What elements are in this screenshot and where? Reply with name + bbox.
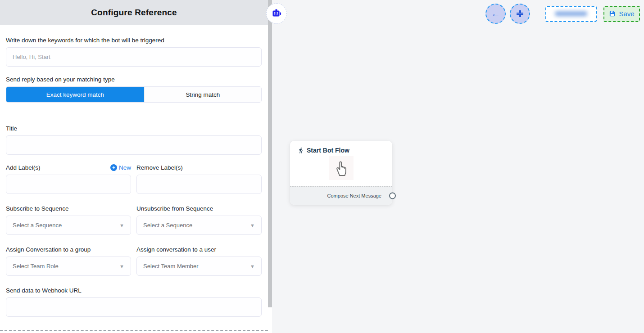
title-label: Title — [6, 125, 262, 132]
fit-view-button[interactable] — [510, 4, 530, 24]
keywords-input[interactable] — [6, 47, 262, 67]
assign-group-label: Assign Conversation to a group — [6, 246, 131, 253]
back-button[interactable]: ← — [485, 4, 506, 24]
fit-view-icon — [516, 10, 524, 18]
chevron-down-icon: ▼ — [250, 223, 255, 228]
chevron-down-icon: ▼ — [250, 264, 255, 269]
start-bot-flow-node[interactable]: Start Bot Flow Compose Next Message — [290, 141, 392, 205]
node-footer: Compose Next Message — [290, 186, 392, 205]
panel-bottom-divider — [0, 330, 268, 331]
panel-body: Write down the keywords for which the bo… — [0, 25, 268, 317]
panel-title: Configure Reference — [91, 8, 177, 18]
assign-user-label: Assign conversation to a user — [136, 246, 262, 253]
node-body — [290, 154, 392, 182]
compose-next-message-label: Compose Next Message — [327, 193, 381, 198]
title-input[interactable] — [6, 135, 262, 155]
assign-user-select[interactable]: Select Team Member ▼ — [136, 256, 262, 276]
subscribe-sequence-select[interactable]: Select a Sequence ▼ — [6, 216, 131, 235]
configure-panel: Configure Reference Write down the keywo… — [0, 0, 268, 333]
canvas-toolbar: ← Sav — [485, 4, 640, 24]
chevron-down-icon: ▼ — [119, 223, 124, 228]
save-label: Save — [619, 10, 634, 18]
assign-group-select[interactable]: Select Team Role ▼ — [6, 256, 131, 276]
save-button[interactable]: Save — [603, 6, 640, 22]
panel-scrollbar[interactable] — [268, 0, 272, 333]
unsubscribe-sequence-label: Unsubscribe from Sequence — [136, 205, 262, 212]
webhook-input[interactable] — [6, 297, 262, 317]
matching-type-label: Send reply based on your matching type — [6, 76, 262, 83]
robot-icon — [271, 8, 282, 19]
webhook-label: Send data to Webhook URL — [6, 287, 262, 294]
node-header: Start Bot Flow — [290, 141, 392, 154]
node-title: Start Bot Flow — [307, 147, 349, 154]
save-icon — [609, 10, 616, 17]
scrollbar-thumb[interactable] — [268, 0, 272, 307]
chevron-down-icon: ▼ — [119, 264, 124, 269]
keywords-label: Write down the keywords for which the bo… — [6, 37, 262, 44]
unsubscribe-sequence-value: Select a Sequence — [143, 222, 192, 229]
redacted-label — [555, 11, 587, 16]
tab-exact-keyword-match[interactable]: Exact keyword match — [6, 87, 144, 102]
connector-handle[interactable] — [389, 193, 396, 199]
assign-user-value: Select Team Member — [143, 263, 199, 270]
matching-type-tabs: Exact keyword match String match — [6, 86, 262, 103]
subscribe-sequence-value: Select a Sequence — [13, 222, 62, 229]
flow-canvas[interactable]: ← Sav — [272, 0, 644, 333]
back-arrow-icon: ← — [491, 9, 500, 18]
panel-header: Configure Reference — [0, 0, 268, 25]
remove-labels-label: Remove Label(s) — [136, 164, 183, 171]
redacted-action-button[interactable] — [545, 6, 597, 22]
plus-icon: + — [110, 164, 117, 171]
bot-avatar[interactable] — [266, 3, 287, 24]
subscribe-sequence-label: Subscribe to Sequence — [6, 205, 131, 212]
assign-group-value: Select Team Role — [13, 263, 59, 270]
remove-labels-input[interactable] — [136, 175, 262, 194]
new-label-button[interactable]: + New — [110, 164, 131, 171]
unsubscribe-sequence-select[interactable]: Select a Sequence ▼ — [136, 216, 262, 235]
add-labels-input[interactable] — [6, 175, 131, 194]
walking-person-icon — [298, 147, 304, 154]
hand-cursor-image — [329, 156, 354, 180]
tab-string-match[interactable]: String match — [144, 87, 261, 102]
new-label-text: New — [119, 164, 131, 171]
add-labels-label: Add Label(s) — [6, 164, 41, 171]
